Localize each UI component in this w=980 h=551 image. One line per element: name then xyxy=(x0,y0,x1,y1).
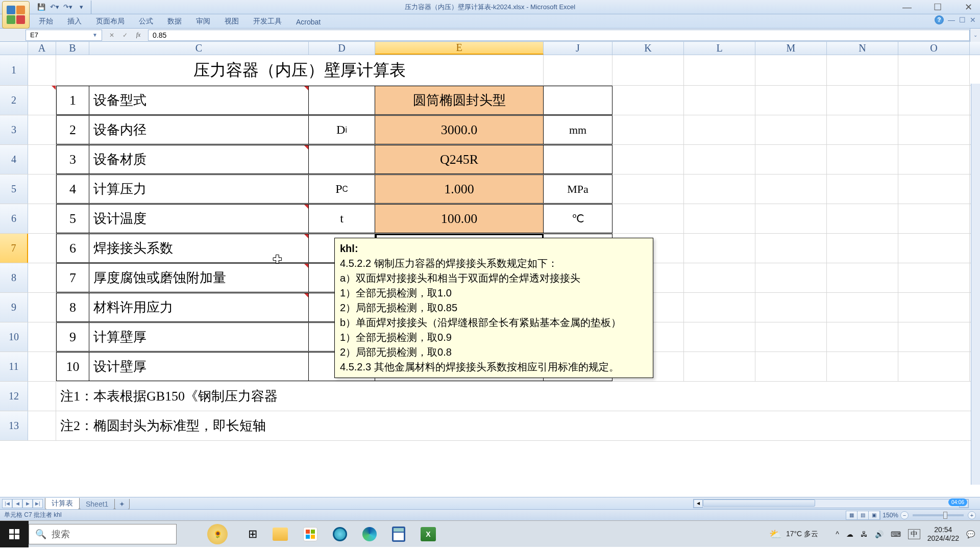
col-header-C[interactable]: C xyxy=(89,42,309,55)
row-header-5[interactable]: 5 xyxy=(0,174,28,204)
tab-data[interactable]: 数据 xyxy=(160,15,189,28)
tray-chevron-icon[interactable]: ^ xyxy=(836,530,839,538)
name-box[interactable]: E7 ▼ xyxy=(26,30,102,41)
tray-clock[interactable]: 20:54 2024/4/22 xyxy=(927,525,959,543)
cell-cursor-icon: ✚ xyxy=(273,253,282,265)
tray-network-icon[interactable]: 🖧 xyxy=(861,530,868,538)
tab-acrobat[interactable]: Acrobat xyxy=(289,16,328,28)
zoom-out-icon[interactable]: − xyxy=(900,511,909,519)
name-box-dropdown-icon[interactable]: ▼ xyxy=(92,32,97,38)
hscroll-left-icon[interactable]: ◀ xyxy=(694,499,703,508)
row-header-10[interactable]: 10 xyxy=(0,322,28,352)
col-header-J[interactable]: J xyxy=(544,42,612,55)
sheet-nav-last-icon[interactable]: ▶| xyxy=(33,499,43,508)
sheet-nav-next-icon[interactable]: ▶ xyxy=(22,499,33,508)
row-value[interactable]: 100.00 xyxy=(375,204,544,233)
help-icon[interactable]: ? xyxy=(935,15,944,24)
vertical-scrollbar[interactable] xyxy=(971,84,980,485)
select-all-corner[interactable] xyxy=(0,42,28,55)
sheet-nav-prev-icon[interactable]: ◀ xyxy=(12,499,22,508)
close-icon[interactable]: ✕ xyxy=(961,2,976,13)
maximize-icon[interactable]: ☐ xyxy=(930,2,945,13)
tray-ime[interactable]: 中 xyxy=(908,529,920,539)
edge-icon[interactable] xyxy=(362,527,377,541)
zoom-in-icon[interactable]: + xyxy=(968,511,976,519)
tab-home[interactable]: 开始 xyxy=(32,15,60,28)
minimize-icon[interactable]: — xyxy=(899,2,915,13)
save-icon[interactable]: 💾 xyxy=(36,2,47,13)
start-button[interactable] xyxy=(0,521,29,547)
earth-day-icon[interactable]: 🌻 xyxy=(207,524,228,544)
row-number: 8 xyxy=(56,293,89,322)
sheet-tab-new-icon[interactable]: ✦ xyxy=(114,499,130,510)
tray-notifications-icon[interactable]: 💬 xyxy=(966,530,975,538)
ribbon-restore-icon[interactable]: ☐ xyxy=(959,16,966,24)
row-value[interactable]: 3000.0 xyxy=(375,115,544,144)
col-header-A[interactable]: A xyxy=(28,42,56,55)
row-value[interactable]: 1.000 xyxy=(375,174,544,204)
row-header-3[interactable]: 3 xyxy=(0,115,28,144)
tray-keyboard-icon[interactable]: ⌨ xyxy=(891,530,901,538)
col-header-D[interactable]: D xyxy=(309,42,375,55)
browser-icon[interactable] xyxy=(333,527,347,541)
row-symbol xyxy=(309,86,375,115)
tray-onedrive-icon[interactable]: ☁ xyxy=(846,530,853,538)
row-value[interactable]: 圆筒椭圆封头型 xyxy=(375,86,544,115)
tab-page-layout[interactable]: 页面布局 xyxy=(89,15,132,28)
enter-formula-icon[interactable]: ✓ xyxy=(119,30,131,41)
col-header-K[interactable]: K xyxy=(612,42,684,55)
ribbon-close-icon[interactable]: ✕ xyxy=(970,16,976,24)
row-header-4[interactable]: 4 xyxy=(0,145,28,174)
sheet-tab-sheet1[interactable]: Sheet1 xyxy=(79,499,115,510)
undo-icon[interactable]: ↶▾ xyxy=(49,2,60,13)
tab-view[interactable]: 视图 xyxy=(217,15,246,28)
sheet-nav-first-icon[interactable]: |◀ xyxy=(2,499,12,508)
col-header-N[interactable]: N xyxy=(827,42,898,55)
view-normal-icon[interactable]: ▦ xyxy=(846,511,857,519)
horizontal-scrollbar[interactable]: ◀ ▶ xyxy=(693,499,969,508)
view-page-break-icon[interactable]: ▣ xyxy=(869,511,880,519)
ms-store-icon[interactable] xyxy=(303,527,317,541)
row-header-13[interactable]: 13 xyxy=(0,411,28,440)
formula-input[interactable]: 0.85 xyxy=(148,30,970,41)
redo-icon[interactable]: ↷▾ xyxy=(62,2,74,13)
view-page-layout-icon[interactable]: ▤ xyxy=(857,511,869,519)
col-header-B[interactable]: B xyxy=(56,42,89,55)
row-header-7[interactable]: 7 xyxy=(0,234,28,263)
qat-customize-icon[interactable]: ▾ xyxy=(76,2,87,13)
col-header-L[interactable]: L xyxy=(684,42,755,55)
row-header-8[interactable]: 8 xyxy=(0,263,28,292)
comment-author: khl: xyxy=(340,241,648,256)
row-header-1[interactable]: 1 xyxy=(0,55,28,85)
calculator-icon[interactable] xyxy=(392,527,405,542)
ribbon-minimize-icon[interactable]: — xyxy=(948,16,955,24)
file-explorer-icon[interactable] xyxy=(273,528,288,541)
tab-developer[interactable]: 开发工具 xyxy=(246,15,289,28)
fx-icon[interactable]: fx xyxy=(133,30,144,41)
tab-review[interactable]: 审阅 xyxy=(189,15,217,28)
row-value[interactable]: Q245R xyxy=(375,145,544,174)
zoom-slider[interactable] xyxy=(913,514,964,516)
tray-volume-icon[interactable]: 🔊 xyxy=(875,530,884,538)
comment-line: 4.5.2.3 其他金属材料的焊接接头系数按相应引用标准的规定。 xyxy=(340,360,648,374)
tab-insert[interactable]: 插入 xyxy=(60,15,89,28)
tab-formulas[interactable]: 公式 xyxy=(132,15,160,28)
sheet-tab-active[interactable]: 计算表 xyxy=(45,498,80,510)
row-header-11[interactable]: 11 xyxy=(0,352,28,381)
worksheet-grid[interactable]: A B C D E J K L M N O 1 压力容器（内压）壁厚计算表 21… xyxy=(0,42,980,497)
col-header-O[interactable]: O xyxy=(898,42,970,55)
office-button[interactable] xyxy=(2,1,30,29)
excel-taskbar-icon[interactable]: X xyxy=(421,527,436,541)
row-header-6[interactable]: 6 xyxy=(0,204,28,233)
formula-bar-expand-icon[interactable]: ⌄ xyxy=(970,29,980,42)
cancel-formula-icon[interactable]: ✕ xyxy=(106,30,117,41)
row-header-12[interactable]: 12 xyxy=(0,382,28,411)
weather-widget[interactable]: ⛅ 17°C 多云 xyxy=(769,528,818,540)
col-header-M[interactable]: M xyxy=(755,42,827,55)
taskbar-search[interactable]: 🔍 搜索 xyxy=(29,524,177,544)
col-header-E[interactable]: E xyxy=(375,42,544,55)
row-header-9[interactable]: 9 xyxy=(0,293,28,322)
task-view-icon[interactable]: ⊞ xyxy=(248,528,257,541)
hscroll-thumb[interactable] xyxy=(703,499,815,507)
row-header-2[interactable]: 2 xyxy=(0,86,28,115)
